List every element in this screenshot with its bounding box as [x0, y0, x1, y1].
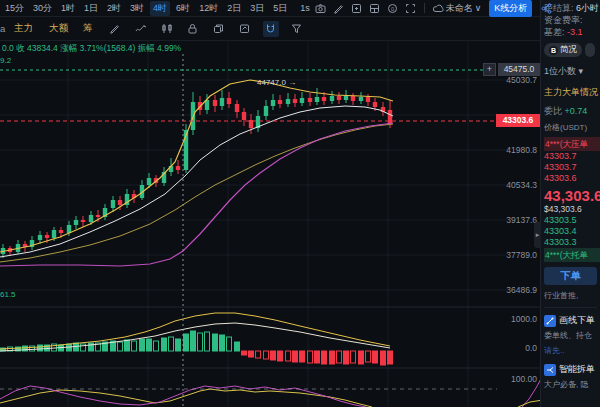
layout-name: 未命名 — [446, 2, 473, 15]
timeframe-5d[interactable]: 5日 — [270, 1, 290, 16]
freehand-draw-icon[interactable] — [133, 21, 149, 37]
share-icon[interactable] — [539, 2, 554, 15]
legend-clipped-value: 0.0 — [2, 43, 14, 53]
layout-icon[interactable] — [367, 2, 382, 15]
close-label: 收 — [16, 43, 25, 53]
profile-button-label: 简况 — [560, 44, 577, 56]
timeframe-30m[interactable]: 30分 — [30, 1, 55, 16]
timeframe-6h[interactable]: 6时 — [173, 1, 193, 16]
svg-text:45030.7: 45030.7 — [506, 75, 537, 85]
sell-wall-banner[interactable]: 4***(大压单 — [544, 137, 600, 151]
place-order-button[interactable]: 下单 — [544, 267, 597, 285]
timeframe-1s[interactable]: 1s — [300, 3, 310, 13]
timeframe-2d[interactable]: 2日 — [224, 1, 244, 16]
draw-order-desc: 委单线、持仓 — [544, 330, 600, 342]
basis-value: -3.1 — [567, 27, 583, 37]
svg-text:39137.6: 39137.6 — [506, 215, 537, 225]
pencil-icon[interactable] — [331, 2, 346, 15]
svg-text:0.0: 0.0 — [525, 343, 537, 353]
svg-text:37789.0: 37789.0 — [506, 250, 537, 260]
order-ratio-row: 委比 +0.74 — [544, 105, 600, 117]
clipped-left-value: 61.5 — [0, 290, 16, 299]
profile-button[interactable]: B 简况 — [544, 43, 582, 57]
indicator-count-icon[interactable]: 0 — [385, 2, 400, 15]
panel-collapse-handle[interactable]: ▸ — [534, 222, 541, 248]
clipped-tab: a — [0, 23, 6, 34]
fullscreen-icon[interactable] — [403, 2, 418, 15]
draw-pencil-icon[interactable] — [107, 21, 123, 37]
amplitude-label: 振幅 — [138, 43, 155, 53]
profile-buttons: B 简况 — [544, 43, 600, 57]
timeframe-1h[interactable]: 1时 — [58, 1, 78, 16]
orderbook-panel: 距结算: 6小时 资金费率: 基差: -3.1 B 简况 1位小数 ▾ 主力大单… — [540, 0, 600, 407]
promo-text: 行业首推, — [544, 290, 600, 302]
bid-row[interactable]: 43303.3 — [544, 237, 600, 248]
smart-split-card[interactable]: 智能拆单 大户必备, 隐 — [544, 363, 600, 391]
clipped-indicator-value: 9.2 — [0, 56, 11, 65]
duplicate-icon[interactable] — [211, 21, 227, 37]
basis-row: 基差: -3.1 — [544, 26, 600, 38]
decimal-precision-value: 1位小数 — [544, 66, 576, 76]
ask-row[interactable]: 43303.7 — [544, 151, 600, 162]
ask-row[interactable]: 43303.6 — [544, 173, 600, 184]
lock-icon[interactable] — [185, 21, 201, 37]
toolbar-divider — [424, 3, 425, 13]
camera-icon[interactable] — [313, 2, 328, 15]
add-alert-button[interactable]: + — [483, 63, 496, 76]
svg-text:40534.3: 40534.3 — [506, 180, 537, 190]
timeframe-2h[interactable]: 2时 — [104, 1, 124, 16]
change-value: 3.71%(1568.4) — [80, 43, 136, 53]
chart-column: 15分 30分 1时 1日 2时 3时 4时 6时 12时 2日 3日 5日 1… — [0, 0, 540, 407]
magnet-tool-icon[interactable] — [263, 21, 279, 37]
basis-label: 基差: — [544, 27, 565, 37]
tab-main-force[interactable]: 主力 — [14, 22, 33, 35]
draw-order-link[interactable]: 请先.. — [544, 345, 600, 357]
tab-chips[interactable]: 筹 — [83, 22, 93, 35]
draw-order-card[interactable]: 画线下单 委单线、持仓 请先.. — [544, 314, 600, 357]
timeframe-12h[interactable]: 12时 — [196, 1, 221, 16]
funding-row: 资金费率: — [544, 14, 600, 26]
timeframe-3h[interactable]: 3时 — [127, 1, 147, 16]
add-pane-icon[interactable] — [349, 2, 364, 15]
timeframe-toolbar: 15分 30分 1时 1日 2时 3时 4时 6时 12时 2日 3日 5日 1… — [0, 0, 540, 17]
tab-large-orders[interactable]: 大额 — [49, 22, 68, 35]
layout-name-menu[interactable]: 未命名 ∨ — [433, 2, 482, 15]
ratio-label: 委比 — [544, 106, 562, 116]
tools-toolbar: a 主力 大额 筹 — [0, 17, 540, 41]
clipped-button[interactable] — [585, 43, 595, 57]
timeframe-3d[interactable]: 3日 — [247, 1, 267, 16]
svg-text:0: 0 — [391, 5, 394, 11]
big-orders-title: 主力大单情况 — [544, 86, 600, 98]
timeframe-15m[interactable]: 15分 — [2, 1, 27, 16]
panel-divider — [544, 307, 597, 308]
bid-row[interactable]: 43303.5 — [544, 215, 600, 226]
last-trade-price: 43,303.6 — [544, 187, 600, 204]
chevron-down-icon: ∨ — [475, 3, 482, 13]
price-annotation: 44747.0 → — [257, 78, 296, 87]
price-column-header: 价格(USDT) — [544, 122, 600, 134]
decimal-precision-select[interactable]: 1位小数 ▾ — [544, 65, 600, 77]
main-chart[interactable]: 45030.741980.840534.339137.637789.036486… — [0, 0, 540, 407]
change-label: 涨幅 — [60, 43, 77, 53]
timeframe-1d[interactable]: 1日 — [81, 1, 101, 16]
candle-style-icon[interactable] — [159, 21, 175, 37]
alert-price-label[interactable]: 45475.0 — [498, 63, 540, 76]
smart-split-icon — [544, 364, 556, 376]
bid-row[interactable]: 43303.4 — [544, 226, 600, 237]
ask-row[interactable]: 43303.7 — [544, 162, 600, 173]
draw-order-icon — [544, 315, 556, 327]
buy-wall-banner[interactable]: 4***(大托单 — [544, 248, 600, 262]
edit-note-icon[interactable] — [237, 21, 253, 37]
filter-funnel-icon[interactable] — [289, 21, 305, 37]
cloud-icon — [433, 4, 444, 13]
ohlc-legend: 0.0 收 43834.4 涨幅 3.71%(1568.4) 振幅 4.99% — [2, 43, 181, 55]
settlement-value: 6小时 — [576, 3, 599, 13]
last-price-label[interactable]: 43303.6 — [496, 114, 540, 127]
svg-text:36486.9: 36486.9 — [506, 285, 537, 295]
smart-split-title: 智能拆单 — [559, 363, 595, 376]
close-value: 43834.4 — [27, 43, 58, 53]
timeframe-4h-selected[interactable]: 4时 — [150, 1, 170, 16]
svg-text:100.00: 100.00 — [511, 374, 537, 384]
kline-analysis-button[interactable]: K线分析 — [489, 0, 532, 17]
chevron-down-icon: ▾ — [579, 66, 584, 76]
